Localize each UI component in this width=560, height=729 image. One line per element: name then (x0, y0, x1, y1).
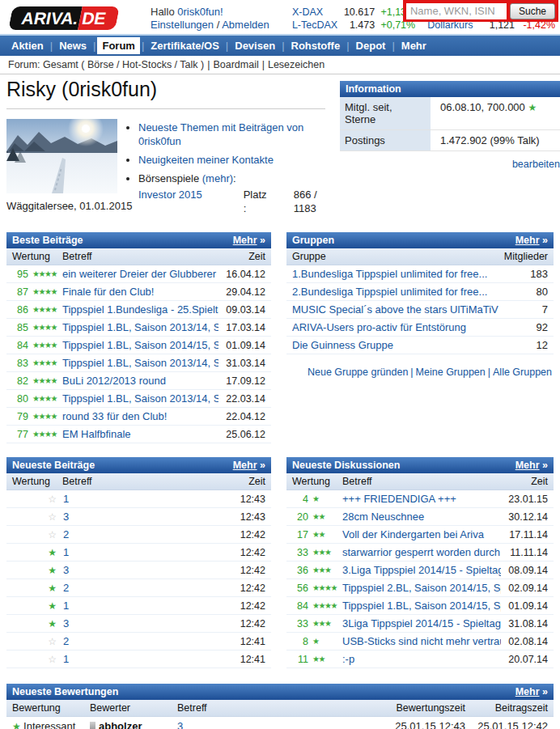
username-link[interactable]: 0risk0fun! (177, 6, 223, 18)
betreff-link[interactable]: 1 (63, 493, 218, 505)
gruppe-link[interactable]: Die Guinness Gruppe (292, 339, 512, 351)
betreff-link[interactable]: 3 (63, 511, 218, 523)
gruppen-footer-link[interactable]: Neue Gruppe gründen (308, 367, 408, 378)
panel-title: Neueste Beiträge (12, 460, 95, 471)
betreff-link[interactable]: 3 (177, 720, 183, 729)
nav-item-news[interactable]: News (54, 37, 91, 54)
table-row: ☆112:43 (6, 490, 271, 508)
col-zeit: Zeit (218, 251, 265, 262)
mehr-link[interactable]: Mehr » (515, 686, 548, 697)
betreff-link[interactable]: Tippspiel 2.BL, Saison 2014/15, Spieltag… (342, 582, 501, 594)
column-header-row: Gruppe Mitglieder (286, 248, 554, 265)
search-button[interactable]: Suche (510, 3, 555, 19)
col-wertung: Wertung (292, 476, 342, 487)
betreff-link[interactable]: 28cm Neuschnee (342, 511, 501, 523)
betreff-link[interactable]: 2 (63, 582, 218, 594)
gruppe-link[interactable]: ARIVA-Users pro-activ für Entstörung (292, 321, 512, 333)
betreff-link[interactable]: 3 (63, 564, 218, 576)
logout-link[interactable]: Abmelden (222, 19, 269, 31)
nav-item-mehr[interactable]: Mehr (397, 37, 431, 54)
logo-text-ariva: ARIVA. (8, 6, 82, 30)
bewertung-label: Interessant (23, 720, 75, 729)
nav-separator: | (345, 40, 350, 52)
betreff-link[interactable]: 3 (63, 617, 218, 629)
stars-icon: ★★★ (312, 548, 342, 557)
stars-icon: ★★★★ (32, 287, 62, 296)
nav-item-devisen[interactable]: Devisen (230, 37, 280, 54)
gruppe-link[interactable]: 2.Bundesliga Tippspiel unlimited for fre… (292, 286, 512, 298)
betreff-link[interactable]: round 33 für den Club! (62, 410, 218, 422)
info-row: Mitgl. seit, Sterne06.08.10, 700.000 ★ (340, 97, 560, 130)
breadcrumb-link-boardmail[interactable]: Boardmail (213, 59, 258, 70)
ticker-label[interactable]: L-TecDAX (292, 19, 337, 32)
betreff-link[interactable]: :-p (342, 653, 501, 665)
mehr-link[interactable]: Mehr » (233, 235, 265, 246)
ticker-value: 10.617 (337, 6, 375, 19)
edit-profile-link[interactable]: bearbeiten (512, 159, 560, 170)
betreff-link[interactable]: 3.Liga Tippspiel 2014/15 - Spieltag 09 (342, 564, 501, 576)
game-link[interactable]: Investor 2015 (138, 188, 229, 215)
mitglieder-count: 7 (512, 303, 548, 316)
betreff-link[interactable]: 1 (63, 600, 218, 612)
betreff-link[interactable]: 3Liga Tippspiel 2014/15 - Spieltag 08 (342, 617, 501, 629)
column-header-row: Wertung Betreff Zeit (6, 473, 271, 490)
bewerter-link[interactable]: abholzer (99, 720, 142, 729)
betreff-link[interactable]: Tippspiel 1.Bundesliga - 25.Spieltag 201… (62, 303, 218, 316)
stars-icon: ★★★ (312, 566, 342, 574)
gruppen-footer-link[interactable]: Meine Gruppen (416, 367, 486, 378)
breadcrumb-link-lesezeichen[interactable]: Lesezeichen (268, 59, 325, 70)
betreff-link[interactable]: EM Halfbfinale (62, 428, 218, 440)
nav-item-aktien[interactable]: Aktien (6, 37, 49, 54)
wertung-value: 4 (292, 494, 308, 505)
betreff-link[interactable]: 2 (63, 635, 218, 647)
betreff-link[interactable]: Tippspiel 1.BL, Saison 2014/15, Spieltag… (62, 339, 218, 351)
mehr-link[interactable]: Mehr » (515, 235, 548, 246)
betreff-link[interactable]: 1 (63, 653, 218, 665)
zeit-cell: 12:42 (218, 600, 265, 612)
wertung-value: 33 (292, 618, 308, 629)
mehr-link[interactable]: Mehr » (515, 460, 548, 471)
betreff-link[interactable]: ein weiterer Dreier der Glubberer (62, 268, 218, 280)
nav-item-depot[interactable]: Depot (351, 37, 391, 54)
zeit-cell: 22.03.14 (218, 393, 265, 405)
zeit-cell: 31.03.14 (218, 358, 265, 369)
stars-icon: ★★ (312, 530, 342, 539)
panel-title: Neueste Bewertungen (12, 686, 118, 697)
nav-item-zertifikate-os[interactable]: Zertifikate/OS (146, 37, 224, 54)
table-row: 20★★28cm Neuschnee30.12.14 (286, 508, 554, 526)
betreff-link[interactable]: Tippspiel 1.BL, Saison 2014/15, Spieltag… (342, 600, 501, 612)
table-row: 82★★★★BuLi 2012/2013 round17.09.12 (6, 372, 271, 390)
nav-item-forum[interactable]: Forum (97, 37, 139, 54)
zeit-cell: 11.11.14 (501, 547, 548, 558)
betreff-link[interactable]: Finale für den Club! (62, 286, 218, 298)
settings-link[interactable]: Einstellungen (151, 19, 214, 31)
zeit-cell: 08.09.14 (501, 565, 548, 576)
betreff-link[interactable]: Tippspiel 1.BL, Saison 2013/14, Spieltag… (62, 357, 218, 369)
profile-link[interactable]: Neueste Themen mit Beiträgen von 0risk0f… (138, 121, 303, 147)
betreff-link[interactable]: starwarrior gesperrt worden durch JP (342, 546, 501, 558)
table-row: ★ Interessantabholzer325.01.15 12:4325.0… (6, 717, 554, 729)
profile-username-heading: Risky (0risk0fun) (6, 78, 325, 101)
mehr-link[interactable]: Mehr » (233, 460, 265, 471)
betreff-link[interactable]: Tippspiel 1.BL, Saison 2013/14, Spieltag… (62, 321, 218, 333)
betreff-link[interactable]: Tippspiel 1.BL, Saison 2013/14, Spieltag… (62, 392, 218, 405)
panel-beste-beitraege: Beste Beiträge Mehr » Wertung Betreff Ze… (6, 232, 271, 443)
betreff-link[interactable]: +++ FRIEDENDIGA +++ (342, 493, 501, 505)
boersenspiele-mehr-link[interactable]: (mehr) (202, 172, 233, 184)
gruppen-footer-link[interactable]: Alle Gruppen (493, 367, 552, 378)
gruppe-link[interactable]: 1.Bundesliga Tippspiel unlimited for fre… (292, 268, 512, 280)
zeit-cell: 12:41 (218, 636, 265, 647)
betreff-link[interactable]: 1 (63, 546, 218, 558)
gruppe-link[interactable]: MUSIC Special´s above the stars UlTiMaTi… (292, 303, 512, 316)
betreff-link[interactable]: BuLi 2012/2013 round (62, 375, 218, 387)
betreff-link[interactable]: 2 (63, 528, 218, 540)
search-input[interactable] (406, 3, 507, 19)
ticker-label[interactable]: X-DAX (292, 6, 337, 19)
nav-item-rohstoffe[interactable]: Rohstoffe (286, 37, 346, 54)
stars-icon: ★★★ (312, 619, 342, 628)
ariva-logo[interactable]: ARIVA. DE (8, 6, 119, 30)
profile-link[interactable]: Neuigkeiten meiner Kontakte (138, 154, 274, 166)
betreff-link[interactable]: Voll der Kindergarten bei Ariva (342, 528, 501, 540)
mitglieder-count: 183 (512, 268, 548, 280)
betreff-link[interactable]: USB-Sticks sind nicht mehr vertrauenswür… (342, 635, 501, 647)
